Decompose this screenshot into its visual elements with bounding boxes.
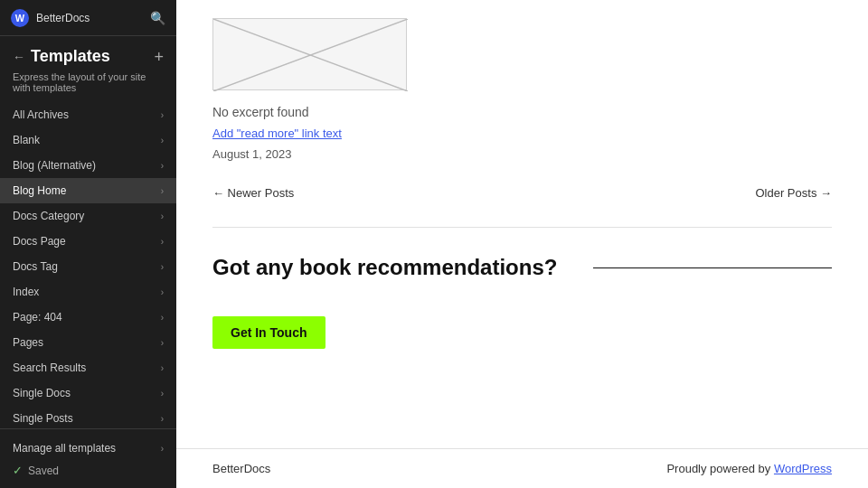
nav-chevron-icon: › <box>161 211 164 221</box>
wp-logo-area: W BetterDocs <box>11 9 90 27</box>
sidebar-item-docs-page[interactable]: Docs Page› <box>0 229 176 254</box>
top-bar: W BetterDocs 🔍 <box>0 0 176 36</box>
wp-logo: W <box>11 9 29 27</box>
nav-item-label: All Archives <box>13 108 69 121</box>
nav-chevron-icon: › <box>161 262 164 272</box>
add-read-more-link[interactable]: Add "read more" link text <box>212 127 832 140</box>
post-date: August 1, 2023 <box>212 147 832 161</box>
nav-item-label: Pages <box>13 336 43 349</box>
saved-label: Saved <box>28 465 59 477</box>
nav-item-label: Blog (Alternative) <box>13 159 96 172</box>
nav-item-label: Search Results <box>13 361 86 374</box>
sidebar-footer: Manage all templates › ✓ Saved <box>0 428 176 488</box>
nav-chevron-icon: › <box>161 313 164 323</box>
cta-heading: Got any book recommendations? <box>212 255 557 280</box>
sidebar-subtitle: Express the layout of your site with tem… <box>0 71 176 102</box>
nav-chevron-icon: › <box>161 110 164 120</box>
sidebar: W BetterDocs 🔍 ← Templates + Express the… <box>0 0 176 488</box>
sidebar-item-docs-category[interactable]: Docs Category› <box>0 203 176 229</box>
main-content: No excerpt found Add "read more" link te… <box>176 0 868 488</box>
newer-posts-link[interactable]: ← Newer Posts <box>212 186 294 200</box>
nav-chevron-icon: › <box>161 161 164 171</box>
nav-item-label: Docs Category <box>13 210 84 222</box>
nav-chevron-icon: › <box>161 363 164 373</box>
sidebar-item-blog-alternative[interactable]: Blog (Alternative)› <box>0 153 176 178</box>
sidebar-item-docs-tag[interactable]: Docs Tag› <box>0 254 176 279</box>
cta-section: Got any book recommendations? <box>212 255 832 280</box>
sidebar-item-blank[interactable]: Blank› <box>0 127 176 153</box>
nav-chevron-icon: › <box>161 237 164 247</box>
add-template-button[interactable]: + <box>154 49 164 65</box>
nav-item-label: Index <box>13 286 39 298</box>
wordpress-link[interactable]: WordPress <box>774 462 832 475</box>
nav-chevron-icon: › <box>161 287 164 297</box>
manage-all-templates[interactable]: Manage all templates › <box>13 438 164 458</box>
saved-check-icon: ✓ <box>13 464 23 477</box>
sidebar-item-index[interactable]: Index› <box>0 279 176 305</box>
content-area: No excerpt found Add "read more" link te… <box>176 0 868 448</box>
sidebar-item-pages[interactable]: Pages› <box>0 330 176 355</box>
post-image-placeholder <box>212 18 407 90</box>
nav-item-label: Blog Home <box>13 184 66 197</box>
nav-chevron-icon: › <box>161 338 164 348</box>
placeholder-x-icon <box>213 19 408 91</box>
manage-chevron-icon: › <box>161 444 164 454</box>
sidebar-item-search-results[interactable]: Search Results› <box>0 355 176 380</box>
back-button[interactable]: ← <box>13 50 25 64</box>
pagination-row: ← Newer Posts Older Posts → <box>212 179 832 228</box>
nav-item-label: Docs Page <box>13 235 66 248</box>
nav-chevron-icon: › <box>161 414 164 424</box>
manage-templates-label: Manage all templates <box>13 442 116 455</box>
nav-item-label: Docs Tag <box>13 260 58 273</box>
sidebar-item-single-posts[interactable]: Single Posts› <box>0 406 176 428</box>
older-posts-link[interactable]: Older Posts → <box>755 186 832 200</box>
footer-powered-text: Proudly powered by WordPress <box>666 462 832 475</box>
cta-divider-line <box>593 267 832 268</box>
nav-item-label: Single Docs <box>13 387 71 399</box>
sidebar-item-page-404[interactable]: Page: 404› <box>0 305 176 330</box>
saved-bar: ✓ Saved <box>13 458 164 479</box>
search-icon[interactable]: 🔍 <box>150 11 165 25</box>
cta-button-wrapper: Get In Touch <box>212 316 832 376</box>
sidebar-title: Templates <box>25 47 154 66</box>
sidebar-header: ← Templates + <box>0 36 176 71</box>
nav-chevron-icon: › <box>161 389 164 399</box>
nav-chevron-icon: › <box>161 186 164 196</box>
footer-bar: BetterDocs Proudly powered by WordPress <box>176 448 868 488</box>
footer-site-name: BetterDocs <box>212 462 270 475</box>
nav-item-label: Blank <box>13 134 40 146</box>
nav-item-label: Single Posts <box>13 412 73 425</box>
sidebar-item-all-archives[interactable]: All Archives› <box>0 102 176 127</box>
sidebar-item-single-docs[interactable]: Single Docs› <box>0 380 176 406</box>
nav-chevron-icon: › <box>161 136 164 145</box>
sidebar-nav: All Archives›Blank›Blog (Alternative)›Bl… <box>0 102 176 428</box>
site-name: BetterDocs <box>36 12 90 24</box>
get-in-touch-button[interactable]: Get In Touch <box>212 316 326 349</box>
no-excerpt-text: No excerpt found <box>212 105 832 119</box>
sidebar-item-blog-home[interactable]: Blog Home› <box>0 178 176 203</box>
nav-item-label: Page: 404 <box>13 311 62 324</box>
